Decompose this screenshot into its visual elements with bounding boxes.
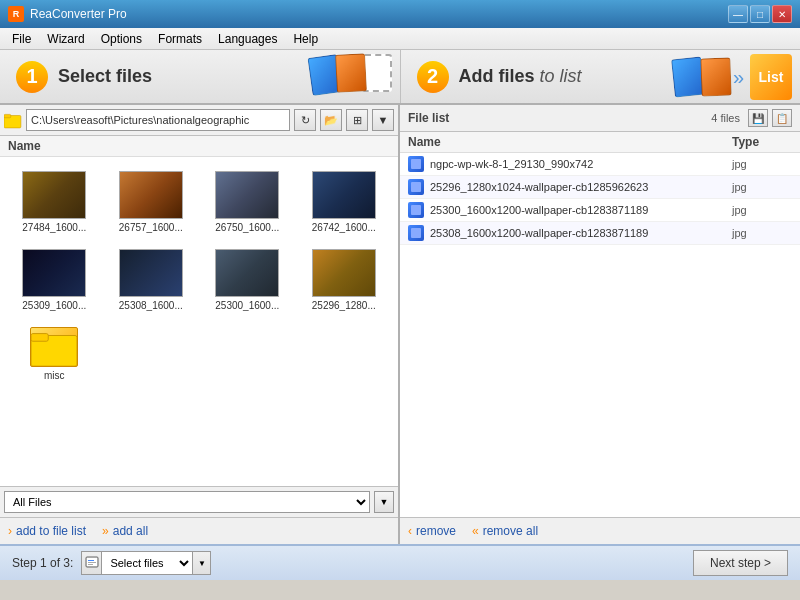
step2-decoration: » List	[665, 54, 792, 100]
title-bar: R ReaConverter Pro — □ ✕	[0, 0, 800, 28]
file-thumb-label: 27484_1600...	[19, 222, 89, 233]
remove-arrow-icon: ‹	[408, 524, 412, 538]
file-name-cell: 25308_1600x1200-wallpaper-cb1283871189	[430, 227, 732, 239]
file-type-cell: jpg	[732, 158, 792, 170]
file-type-cell: jpg	[732, 181, 792, 193]
step2-arrow-icon: »	[733, 66, 744, 89]
file-name-cell: 25296_1280x1024-wallpaper-cb1285962623	[430, 181, 732, 193]
svg-rect-6	[88, 560, 94, 561]
files-column-header: Name	[0, 136, 398, 157]
file-thumb-label: 25300_1600...	[212, 300, 282, 311]
status-bar: Step 1 of 3: Select files ▼ Next step >	[0, 544, 800, 580]
table-row[interactable]: ngpc-wp-wk-8-1_29130_990x742 jpg	[400, 153, 800, 176]
file-type-cell: jpg	[732, 204, 792, 216]
add-buttons-bar: › add to file list » add all	[0, 517, 398, 544]
file-list[interactable]: ngpc-wp-wk-8-1_29130_990x742 jpg 25296_1…	[400, 153, 800, 517]
step-select-icon	[82, 552, 102, 574]
browse-folder-button[interactable]: 📂	[320, 109, 342, 131]
view-toggle-button[interactable]: ⊞	[346, 109, 368, 131]
svg-rect-1	[4, 114, 11, 117]
remove-all-label: remove all	[483, 524, 538, 538]
window-controls: — □ ✕	[728, 5, 792, 23]
app-icon: R	[8, 6, 24, 22]
file-list-header: File list 4 files 💾 📋	[400, 105, 800, 132]
menu-file[interactable]: File	[4, 30, 39, 48]
close-button[interactable]: ✕	[772, 5, 792, 23]
type-col-header: Type	[732, 135, 792, 149]
add-all-arrow-icon: »	[102, 524, 109, 538]
address-bar: ↻ 📂 ⊞ ▼	[0, 105, 398, 136]
list-item[interactable]: 26742_1600...	[300, 167, 389, 237]
list-item[interactable]: 26750_1600...	[203, 167, 292, 237]
remove-button[interactable]: ‹ remove	[408, 524, 456, 538]
maximize-button[interactable]: □	[750, 5, 770, 23]
right-panel: File list 4 files 💾 📋 Name Type ngpc-	[400, 105, 800, 544]
file-thumb-label: 25308_1600...	[116, 300, 186, 311]
file-type-cell: jpg	[732, 227, 792, 239]
dropdown-arrow-btn[interactable]: ▼	[372, 109, 394, 131]
file-count-badge: 4 files	[711, 112, 740, 124]
file-list-columns: Name Type	[400, 132, 800, 153]
file-list-title: File list	[408, 111, 711, 125]
table-row[interactable]: 25296_1280x1024-wallpaper-cb1285962623 j…	[400, 176, 800, 199]
remove-all-button[interactable]: « remove all	[472, 524, 538, 538]
refresh-button[interactable]: ↻	[294, 109, 316, 131]
file-type-icon	[408, 179, 424, 195]
file-name-cell: ngpc-wp-wk-8-1_29130_990x742	[430, 158, 732, 170]
list-action-buttons: 💾 📋	[748, 109, 792, 127]
step1-decoration	[298, 54, 392, 92]
menu-help[interactable]: Help	[285, 30, 326, 48]
file-thumb-label: 26742_1600...	[309, 222, 379, 233]
panels: ↻ 📂 ⊞ ▼ Name 27484_1600... 267	[0, 105, 800, 544]
file-thumb-label: 26750_1600...	[212, 222, 282, 233]
list-item[interactable]: 26757_1600...	[107, 167, 196, 237]
list-item[interactable]: 27484_1600...	[10, 167, 99, 237]
step-select-dropdown[interactable]: Select files	[102, 552, 192, 574]
remove-all-arrow-icon: «	[472, 524, 479, 538]
menu-wizard[interactable]: Wizard	[39, 30, 92, 48]
list-item[interactable]: 25300_1600...	[203, 245, 292, 315]
menu-formats[interactable]: Formats	[150, 30, 210, 48]
files-grid-inner: 27484_1600... 26757_1600... 26750_1600..…	[10, 167, 388, 385]
list-item[interactable]: 25308_1600...	[107, 245, 196, 315]
app-title: ReaConverter Pro	[30, 7, 728, 21]
add-to-list-label: add to file list	[16, 524, 86, 538]
menu-languages[interactable]: Languages	[210, 30, 285, 48]
load-list-button[interactable]: 📋	[772, 109, 792, 127]
address-input[interactable]	[26, 109, 290, 131]
step-select-chevron[interactable]: ▼	[192, 552, 210, 574]
menu-options[interactable]: Options	[93, 30, 150, 48]
step-headers: 1 Select files 2 Add files to list »	[0, 50, 800, 105]
files-grid[interactable]: 27484_1600... 26757_1600... 26750_1600..…	[0, 157, 398, 486]
name-col-header: Name	[408, 135, 732, 149]
folder-item[interactable]: misc	[10, 323, 99, 385]
step-select-wrapper: Select files ▼	[81, 551, 211, 575]
file-type-filter[interactable]: All Files JPEG PNG BMP	[4, 491, 370, 513]
list-item[interactable]: 25309_1600...	[10, 245, 99, 315]
folder-icon	[4, 111, 22, 129]
save-list-button[interactable]: 💾	[748, 109, 768, 127]
step1-header: 1 Select files	[0, 50, 401, 103]
file-name-cell: 25300_1600x1200-wallpaper-cb1283871189	[430, 204, 732, 216]
main-content: 1 Select files 2 Add files to list »	[0, 50, 800, 580]
step-indicator-label: Step 1 of 3:	[12, 556, 73, 570]
step2-list-icon: List	[750, 54, 792, 100]
step2-number: 2	[417, 61, 449, 93]
remove-label: remove	[416, 524, 456, 538]
add-all-button[interactable]: » add all	[102, 524, 148, 538]
menu-bar: File Wizard Options Formats Languages He…	[0, 28, 800, 50]
name-column-label: Name	[8, 139, 41, 153]
minimize-button[interactable]: —	[728, 5, 748, 23]
left-panel: ↻ 📂 ⊞ ▼ Name 27484_1600... 267	[0, 105, 400, 544]
svg-rect-7	[88, 562, 96, 563]
step2-header: 2 Add files to list » List	[401, 50, 801, 103]
file-thumb-label: 25309_1600...	[19, 300, 89, 311]
table-row[interactable]: 25300_1600x1200-wallpaper-cb1283871189 j…	[400, 199, 800, 222]
next-step-button[interactable]: Next step >	[693, 550, 788, 576]
list-item[interactable]: 25296_1280...	[300, 245, 389, 315]
filter-dropdown-arrow[interactable]: ▼	[374, 491, 394, 513]
filter-bar: All Files JPEG PNG BMP ▼	[0, 486, 398, 517]
add-to-file-list-button[interactable]: › add to file list	[8, 524, 86, 538]
step1-label: Select files	[58, 66, 152, 87]
table-row[interactable]: 25308_1600x1200-wallpaper-cb1283871189 j…	[400, 222, 800, 245]
